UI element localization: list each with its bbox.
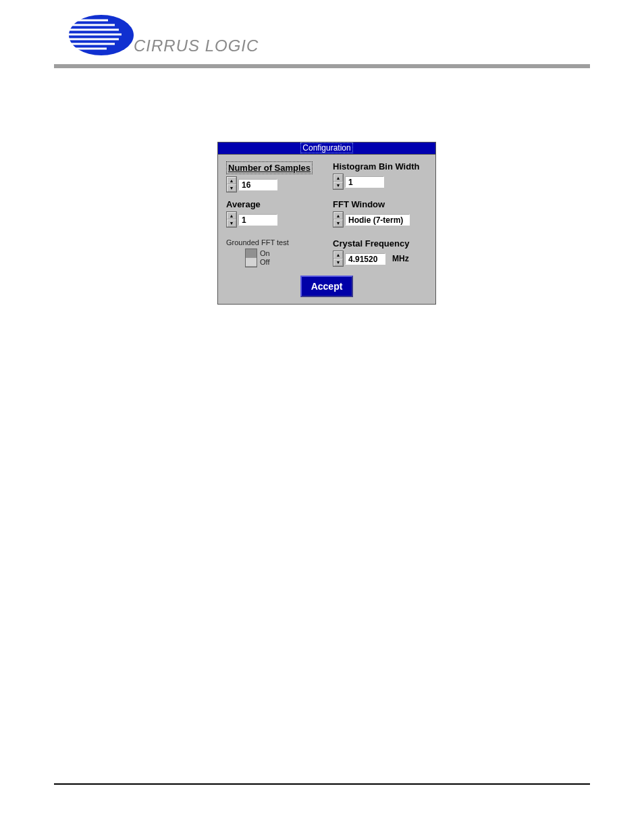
- average-input[interactable]: 1: [238, 214, 277, 226]
- hist-bin-down-icon[interactable]: ▼: [333, 182, 343, 189]
- toggle-off-slot[interactable]: [246, 258, 257, 267]
- average-label: Average: [226, 199, 321, 209]
- num-samples-down-icon[interactable]: ▼: [227, 184, 236, 192]
- crystal-unit: MHz: [392, 254, 409, 263]
- num-samples-input[interactable]: 16: [238, 179, 277, 190]
- grounded-fft-toggle[interactable]: [245, 249, 257, 267]
- window-title: Configuration: [300, 142, 352, 153]
- num-samples-group: Number of Samples ▲ ▼ 16: [226, 161, 321, 192]
- num-samples-spinner[interactable]: ▲ ▼: [226, 176, 237, 192]
- configuration-window: Configuration Number of Samples ▲ ▼ 16 H…: [217, 142, 436, 305]
- hist-bin-group: Histogram Bin Width ▲ ▼ 1: [333, 161, 427, 192]
- grounded-fft-label: Grounded FFT test: [226, 238, 321, 246]
- footer-rule: [54, 783, 590, 785]
- hist-bin-up-icon[interactable]: ▲: [333, 174, 343, 182]
- brand-text: CIRRUS LOGIC: [134, 36, 259, 55]
- average-down-icon[interactable]: ▼: [227, 219, 236, 227]
- average-spinner[interactable]: ▲ ▼: [226, 211, 237, 228]
- toggle-off-label: Off: [260, 258, 270, 267]
- num-samples-label: Number of Samples: [226, 161, 313, 174]
- average-group: Average ▲ ▼ 1: [226, 199, 321, 228]
- fft-window-group: FFT Window ▲ ▼ Hodie (7-term): [333, 199, 427, 228]
- fft-window-spinner[interactable]: ▲ ▼: [333, 211, 344, 228]
- toggle-on-slot[interactable]: [246, 249, 257, 258]
- fft-window-input[interactable]: Hodie (7-term): [345, 214, 410, 226]
- toggle-labels: On Off: [260, 249, 270, 267]
- hist-bin-input[interactable]: 1: [345, 176, 384, 188]
- fft-window-label: FFT Window: [333, 199, 427, 209]
- num-samples-up-icon[interactable]: ▲: [227, 177, 236, 184]
- crystal-spinner[interactable]: ▲ ▼: [333, 251, 344, 267]
- crystal-down-icon[interactable]: ▼: [333, 259, 343, 266]
- crystal-group: Crystal Frequency ▲ ▼ 4.91520 MHz: [333, 238, 427, 267]
- average-up-icon[interactable]: ▲: [227, 212, 236, 219]
- crystal-label: Crystal Frequency: [333, 238, 427, 249]
- logo: CIRRUS LOGIC: [0, 14, 644, 57]
- cirrus-logo-icon: [54, 14, 135, 57]
- accept-button[interactable]: Accept: [300, 276, 354, 297]
- fft-window-up-icon[interactable]: ▲: [333, 212, 343, 219]
- page-header: CIRRUS LOGIC: [0, 0, 644, 68]
- window-titlebar: Configuration: [218, 142, 435, 155]
- fft-window-down-icon[interactable]: ▼: [333, 219, 343, 227]
- header-rule: [54, 64, 590, 68]
- hist-bin-label: Histogram Bin Width: [333, 161, 427, 172]
- grounded-fft-group: Grounded FFT test On Off: [226, 238, 321, 267]
- toggle-on-label: On: [260, 249, 270, 258]
- crystal-input[interactable]: 4.91520: [345, 253, 385, 265]
- crystal-up-icon[interactable]: ▲: [333, 251, 343, 259]
- hist-bin-spinner[interactable]: ▲ ▼: [333, 174, 344, 190]
